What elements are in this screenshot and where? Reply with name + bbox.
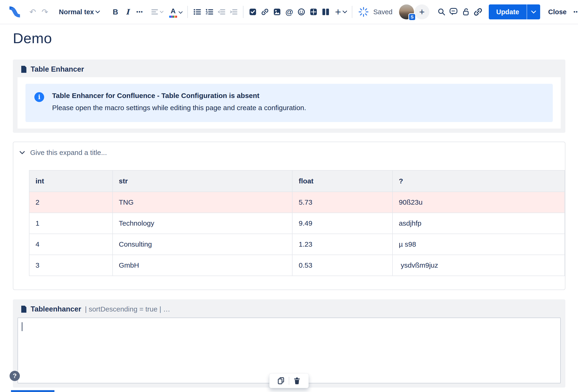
delete-macro-button[interactable] xyxy=(291,375,303,386)
bold-icon: B xyxy=(113,8,118,16)
saving-spinner-icon xyxy=(358,7,369,17)
mention-icon: @ xyxy=(285,7,293,17)
info-title: Table Enhancer for Confluence - Table Co… xyxy=(52,92,306,100)
insert-more-dropdown[interactable]: + xyxy=(334,5,349,18)
bullet-list-icon xyxy=(193,9,201,15)
table-cell[interactable]: 5.73 xyxy=(292,192,392,213)
color-swatch-bar xyxy=(169,16,177,18)
comments-button[interactable] xyxy=(448,5,460,18)
table-row: 4 Consulting 1.23 µ s98 xyxy=(29,234,565,255)
toolbar-divider xyxy=(289,377,289,385)
table-cell[interactable]: Technology xyxy=(113,213,292,234)
comment-icon xyxy=(449,8,458,16)
outdent-icon xyxy=(218,9,225,15)
document-icon xyxy=(21,306,27,313)
column-header-str[interactable]: str xyxy=(113,170,292,192)
column-header-q[interactable]: ? xyxy=(392,170,565,192)
document-icon xyxy=(21,66,27,73)
plus-icon: + xyxy=(419,7,425,17)
restrictions-button[interactable] xyxy=(460,5,472,18)
table-header-row: int str float ? xyxy=(29,170,565,192)
table-cell[interactable]: 2 xyxy=(29,192,113,213)
toolbar-divider xyxy=(243,6,243,18)
info-panel: i Table Enhancer for Confluence - Table … xyxy=(25,84,553,122)
page-title[interactable]: Demo xyxy=(13,30,565,46)
toolbar-divider xyxy=(352,6,352,18)
expand-collapse-button[interactable] xyxy=(19,151,25,155)
search-button[interactable] xyxy=(435,5,448,18)
emoji-button[interactable] xyxy=(295,5,307,18)
table-icon xyxy=(310,8,317,15)
column-header-float[interactable]: float xyxy=(292,170,392,192)
confluence-logo-icon xyxy=(8,6,21,18)
mention-button[interactable]: @ xyxy=(283,5,295,18)
table-cell[interactable]: asdjhfp xyxy=(392,213,565,234)
bullet-list-button[interactable] xyxy=(191,5,203,18)
table-cell[interactable]: TNG xyxy=(113,192,292,213)
text-cursor xyxy=(22,322,22,331)
table-cell[interactable]: µ s98 xyxy=(392,234,565,255)
redo-button[interactable]: ↷ xyxy=(39,5,51,18)
table-cell[interactable]: 1 xyxy=(29,213,113,234)
table-cell[interactable]: Consulting xyxy=(113,234,292,255)
cutoff-blue-element xyxy=(11,390,54,392)
info-message: Please open the macro settings while edi… xyxy=(52,104,306,112)
expand-title-input[interactable]: Give this expand a title... xyxy=(30,149,107,157)
add-collaborator-button[interactable]: + xyxy=(414,4,430,19)
outdent-button[interactable] xyxy=(215,5,228,18)
macro-header: Table Enhancer xyxy=(17,63,561,75)
image-icon xyxy=(274,8,281,15)
table-cell[interactable]: 0.53 xyxy=(292,255,392,276)
info-icon: i xyxy=(34,92,44,102)
table-row: 1 Technology 9.49 asdjhfp xyxy=(29,213,565,234)
macro-header: Tableenhancer | sortDescending = true | … xyxy=(17,303,561,315)
bold-button[interactable]: B xyxy=(109,5,121,18)
macro-name: Tableenhancer xyxy=(31,305,81,313)
editor-content: Demo Table Enhancer i Table Enhancer for… xyxy=(0,24,578,388)
alignment-dropdown[interactable] xyxy=(150,5,165,18)
table-cell[interactable]: 4 xyxy=(29,234,113,255)
plus-icon: + xyxy=(335,8,341,16)
italic-button[interactable]: I xyxy=(121,5,134,18)
numbered-list-button[interactable] xyxy=(203,5,215,18)
emoji-icon xyxy=(298,8,305,16)
insert-link-button[interactable] xyxy=(259,5,271,18)
text-color-icon: A xyxy=(171,7,176,15)
layouts-button[interactable] xyxy=(320,5,332,18)
insert-image-button[interactable] xyxy=(271,5,283,18)
toolbar-divider xyxy=(187,6,188,18)
column-header-int[interactable]: int xyxy=(29,170,113,192)
table-cell[interactable]: GmbH xyxy=(113,255,292,276)
insert-table-button[interactable] xyxy=(307,5,320,18)
table-cell[interactable]: ysdvßm9juz xyxy=(392,255,565,276)
chevron-down-icon xyxy=(95,10,100,13)
overflow-menu-button[interactable]: ••• xyxy=(571,5,578,18)
layouts-icon xyxy=(322,8,330,15)
macro-parameters: | sortDescending = true | … xyxy=(85,305,170,313)
avatar[interactable]: S xyxy=(399,4,414,19)
more-formatting-button[interactable]: ••• xyxy=(134,5,146,18)
chevron-down-icon xyxy=(179,11,183,14)
close-button[interactable]: Close xyxy=(544,8,571,16)
table-cell[interactable]: 3 xyxy=(29,255,113,276)
update-button[interactable]: Update xyxy=(489,4,527,19)
task-list-button[interactable] xyxy=(247,5,259,18)
macro-body: i Table Enhancer for Confluence - Table … xyxy=(17,77,561,129)
copy-link-button[interactable] xyxy=(472,5,484,18)
chevron-down-icon xyxy=(342,10,347,13)
update-options-button[interactable] xyxy=(527,4,540,19)
undo-button[interactable]: ↶ xyxy=(27,5,39,18)
indent-button[interactable] xyxy=(228,5,240,18)
text-style-dropdown[interactable]: Normal text xyxy=(57,5,103,18)
help-button[interactable]: ? xyxy=(10,371,20,381)
table-enhancer-macro[interactable]: Table Enhancer i Table Enhancer for Conf… xyxy=(13,60,565,133)
italic-icon: I xyxy=(126,7,129,16)
more-icon: ••• xyxy=(574,9,578,15)
text-color-dropdown[interactable]: A xyxy=(168,5,184,18)
unlock-icon xyxy=(462,8,470,16)
table-cell[interactable]: 1.23 xyxy=(292,234,392,255)
copy-macro-button[interactable] xyxy=(275,375,287,386)
chevron-down-icon xyxy=(19,151,25,155)
table-cell[interactable]: 90ß23u xyxy=(392,192,565,213)
table-cell[interactable]: 9.49 xyxy=(292,213,392,234)
